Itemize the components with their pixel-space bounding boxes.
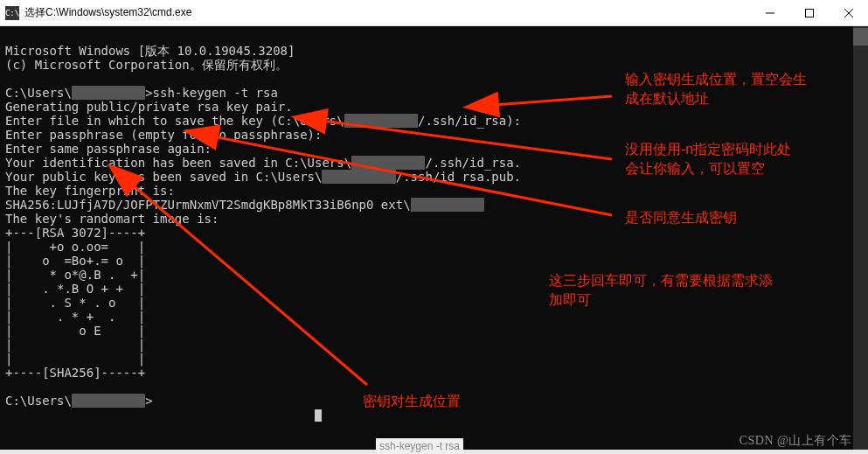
- terminal-line: C:\Users\ >: [5, 394, 153, 408]
- terminal-line: +---[RSA 3072]----+: [5, 226, 145, 240]
- terminal-line: | |: [5, 352, 145, 366]
- window-title: 选择C:\Windows\system32\cmd.exe: [24, 5, 750, 20]
- terminal-line: C:\Users\ >ssh-keygen -t rsa: [5, 86, 278, 100]
- window-controls: [750, 0, 868, 25]
- terminal-line: | . *.B O + + |: [5, 282, 145, 296]
- background-text-fragment: ssh-keygen -t rsa: [376, 438, 463, 454]
- terminal-line: Your public key has been saved in C:\Use…: [5, 170, 521, 184]
- vertical-scrollbar[interactable]: [853, 26, 868, 450]
- annotation-confirm: 是否同意生成密钥: [625, 208, 737, 227]
- annotation-passphrase: 没用使用-n指定密码时此处会让你输入，可以置空: [625, 140, 791, 179]
- terminal-line: | |: [5, 338, 145, 352]
- terminal-line: The key fingerprint is:: [5, 184, 175, 198]
- terminal-line: | . S * . o |: [5, 296, 145, 310]
- terminal-line: | * o*@.B . +|: [5, 268, 145, 282]
- terminal-line: Enter passphrase (empty for no passphras…: [5, 128, 322, 142]
- cmd-icon: C:\: [5, 6, 19, 20]
- terminal-cursor: [5, 408, 322, 422]
- annotation-location: 输入密钥生成位置，置空会生成在默认地址: [625, 70, 807, 109]
- terminal-line: Enter file in which to save the key (C:\…: [5, 114, 521, 128]
- window-titlebar: C:\ 选择C:\Windows\system32\cmd.exe: [0, 0, 868, 26]
- scrollbar-thumb[interactable]: [853, 28, 868, 45]
- annotation-keypair-location: 密钥对生成位置: [363, 392, 461, 411]
- terminal-line: (c) Microsoft Corporation。保留所有权利。: [5, 58, 288, 72]
- terminal-line: | . * + . |: [5, 310, 145, 324]
- terminal-line: SHA256:LUJfjA7D/JOFPTZUrmNxmVT2SmdgKBp8M…: [5, 198, 484, 212]
- terminal-line: | o E |: [5, 324, 145, 338]
- terminal-line: +----[SHA256]-----+: [5, 366, 145, 380]
- annotation-summary: 这三步回车即可，有需要根据需求添加即可: [549, 271, 773, 311]
- terminal-line: Enter same passphrase again:: [5, 142, 212, 156]
- terminal-line: | o =Bo+.= o |: [5, 254, 145, 268]
- terminal-line: Your identification has been saved in C:…: [5, 156, 521, 170]
- terminal-line: Generating public/private rsa key pair.: [5, 100, 293, 114]
- terminal-line: | +o o.oo= |: [5, 240, 145, 254]
- csdn-watermark: CSDN @山上有个车: [740, 433, 852, 449]
- minimize-button[interactable]: [750, 0, 789, 25]
- maximize-button[interactable]: [789, 0, 829, 25]
- terminal-line: Microsoft Windows [版本 10.0.19045.3208]: [5, 44, 295, 58]
- close-button[interactable]: [829, 0, 868, 25]
- terminal-line: The key's randomart image is:: [5, 212, 219, 226]
- svg-rect-1: [805, 9, 813, 17]
